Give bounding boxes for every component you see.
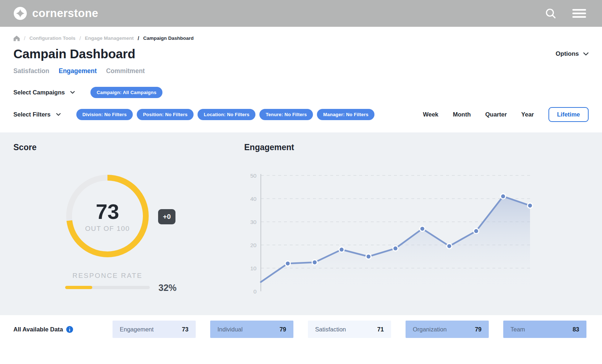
info-icon[interactable] <box>66 326 73 333</box>
data-point <box>366 254 371 259</box>
card-label: Team <box>510 326 525 333</box>
response-rate-label: RESPONCE RATE <box>13 272 202 280</box>
campaign-selector-row: Select Campaigns Campaign: All Campaigns <box>13 87 589 98</box>
filter-pill-division[interactable]: Division: No Filters <box>76 109 133 120</box>
card-value: 79 <box>280 326 286 333</box>
filter-row: Select Filters Division: No FiltersPosit… <box>13 107 589 122</box>
breadcrumb-separator: / <box>138 35 139 41</box>
chevron-down-icon <box>583 52 589 56</box>
svg-text:10: 10 <box>250 265 257 271</box>
options-dropdown[interactable]: Options <box>556 50 589 58</box>
summary-row: All Available Data Engagement73Individua… <box>13 321 589 338</box>
card-value: 73 <box>182 326 188 333</box>
data-point <box>474 229 479 234</box>
summary-card-organization[interactable]: Organization79 <box>406 321 489 338</box>
filter-pill-manager[interactable]: Manager: No Filters <box>317 109 374 120</box>
score-value: 73 <box>96 201 119 222</box>
app-bar: cornerstone <box>0 0 602 27</box>
score-gauge: 73 OUT OF 100 +0 <box>66 175 149 259</box>
time-range-month[interactable]: Month <box>453 111 471 118</box>
card-label: Organization <box>413 326 447 333</box>
appbar-actions <box>545 8 587 19</box>
chevron-down-icon <box>56 113 61 116</box>
chevron-down-icon <box>70 91 75 94</box>
tabs: SatisfactionEngagementCommitment <box>13 67 589 75</box>
score-max-label: OUT OF 100 <box>85 225 130 233</box>
score-section: Score 73 OUT OF 100 +0 RESPONCE RATE 32% <box>13 143 202 315</box>
response-rate-track <box>65 286 150 289</box>
campaign-dashboard-page: cornerstone <box>0 0 602 364</box>
breadcrumb-item-engage-management[interactable]: Engage Management <box>85 35 134 41</box>
card-value: 83 <box>573 326 579 333</box>
engagement-chart-title: Engagement <box>244 143 538 152</box>
svg-text:20: 20 <box>250 242 257 248</box>
card-label: Satisfaction <box>315 326 346 333</box>
score-delta-badge: +0 <box>158 209 175 224</box>
response-rate-percent: 32% <box>158 282 177 293</box>
card-label: Engagement <box>120 326 154 333</box>
time-range-quarter[interactable]: Quarter <box>485 111 507 118</box>
filter-pill-tenure[interactable]: Tenure: No Filters <box>259 109 313 120</box>
all-available-data-label: All Available Data <box>13 326 63 333</box>
breadcrumb-item-campaign-dashboard: Campaign Dashboard <box>143 35 194 41</box>
filter-pills: Division: No FiltersPosition: No Filters… <box>76 109 375 120</box>
summary-card-satisfaction[interactable]: Satisfaction71 <box>308 321 391 338</box>
summary-cards: Engagement73Individual79Satisfaction71Or… <box>113 321 586 338</box>
hamburger-menu-icon[interactable] <box>572 8 587 18</box>
campaign-filter-pill[interactable]: Campaign: All Campaigns <box>90 87 162 98</box>
card-label: Individual <box>217 326 243 333</box>
select-campaigns-label: Select Campaigns <box>13 89 65 96</box>
select-filters-dropdown[interactable]: Select Filters <box>13 111 61 118</box>
breadcrumb-separator: / <box>79 35 81 41</box>
data-point <box>447 244 452 249</box>
brand-name: cornerstone <box>32 7 98 20</box>
data-point <box>527 203 533 208</box>
response-rate-fill <box>65 286 92 289</box>
summary-card-individual[interactable]: Individual79 <box>210 321 293 338</box>
time-range-week[interactable]: Week <box>423 111 438 118</box>
svg-text:50: 50 <box>250 173 257 179</box>
brand-logo[interactable]: cornerstone <box>14 7 98 20</box>
select-campaigns-dropdown[interactable]: Select Campaigns <box>13 89 75 96</box>
summary-card-team[interactable]: Team83 <box>503 321 586 338</box>
data-point <box>501 194 506 199</box>
tab-engagement[interactable]: Engagement <box>59 67 97 75</box>
filter-pill-location[interactable]: Location: No Filters <box>198 109 255 120</box>
svg-text:40: 40 <box>250 196 257 202</box>
time-range-year[interactable]: Year <box>521 111 534 118</box>
tab-satisfaction[interactable]: Satisfaction <box>13 67 49 75</box>
data-point <box>339 247 344 252</box>
engagement-line-chart: 01020304050 <box>244 171 538 296</box>
svg-text:30: 30 <box>250 219 257 225</box>
breadcrumb: / Configuration Tools / Engage Managemen… <box>13 35 589 41</box>
cornerstone-logo-icon <box>14 7 27 20</box>
options-label: Options <box>556 50 579 58</box>
home-icon[interactable] <box>13 35 20 41</box>
dashboard-panel: Score 73 OUT OF 100 +0 RESPONCE RATE 32% <box>0 132 602 315</box>
page-title: Campain Dashboard <box>13 47 135 61</box>
time-range-lifetime-button[interactable]: Lifetime <box>548 107 589 122</box>
filter-pill-position[interactable]: Position: No Filters <box>137 109 194 120</box>
all-available-data: All Available Data <box>13 326 113 333</box>
engagement-chart-section: Engagement 01020304050 <box>244 143 538 315</box>
data-point <box>312 260 317 265</box>
summary-card-engagement[interactable]: Engagement73 <box>113 321 196 338</box>
tab-commitment[interactable]: Commitment <box>106 67 145 75</box>
score-heading: Score <box>13 143 202 152</box>
search-icon[interactable] <box>545 8 556 19</box>
select-filters-label: Select Filters <box>13 111 51 118</box>
time-range-options: WeekMonthQuarterYear <box>423 111 534 118</box>
data-point <box>285 261 290 266</box>
card-value: 71 <box>377 326 384 333</box>
breadcrumb-separator: / <box>24 35 25 41</box>
svg-text:0: 0 <box>253 288 257 295</box>
data-point <box>393 246 398 251</box>
breadcrumb-item-configuration-tools[interactable]: Configuration Tools <box>29 35 75 41</box>
response-rate-bar: 32% <box>65 286 150 289</box>
card-value: 79 <box>475 326 482 333</box>
data-point <box>420 226 425 231</box>
time-range-group: WeekMonthQuarterYear Lifetime <box>423 107 589 122</box>
